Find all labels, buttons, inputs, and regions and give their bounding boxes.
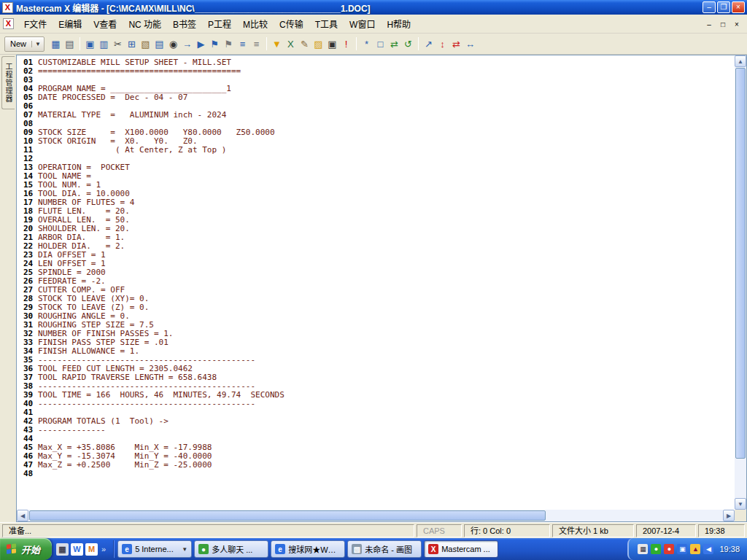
- toolbar-separator: [418, 37, 419, 50]
- next-bookmark-icon[interactable]: ⚑: [222, 37, 236, 51]
- mastercam-editor-window: X Mastercam X 编辑器 - [C:\MCAMX\MILL\NC\__…: [0, 0, 747, 560]
- menu-item-2[interactable]: V查看: [88, 15, 123, 33]
- taskbar-button-icon: e: [275, 544, 285, 554]
- horizontal-scroll-thumb[interactable]: [29, 510, 546, 521]
- bookmark-icon[interactable]: ⚑: [208, 37, 222, 51]
- nc-backplot-icon[interactable]: ↗: [422, 37, 436, 51]
- tray-ime-icon[interactable]: ▦: [638, 544, 648, 554]
- command-prompt-icon[interactable]: ▣: [325, 37, 339, 51]
- mdi-minimize-button[interactable]: –: [703, 19, 715, 29]
- start-button[interactable]: 开始: [0, 538, 52, 560]
- find-icon[interactable]: ◉: [166, 37, 180, 51]
- toolbar-separator: [80, 37, 80, 50]
- taskbar-button-icon: ●: [198, 544, 209, 554]
- sync-icon[interactable]: ↺: [401, 37, 415, 51]
- quicklaunch-media-icon[interactable]: M: [85, 543, 98, 556]
- outdent-icon[interactable]: ≡: [249, 37, 263, 51]
- nc-compare-icon[interactable]: ↕: [436, 37, 449, 51]
- mdi-controls: –□×: [703, 19, 743, 29]
- window-icon[interactable]: □: [374, 37, 387, 51]
- view-icon[interactable]: ▥: [97, 37, 111, 51]
- editor-line: 02======================================…: [18, 67, 734, 76]
- vertical-scrollbar[interactable]: ▲ ▼: [735, 55, 746, 510]
- document-icon: X: [3, 18, 14, 29]
- taskbar-clock[interactable]: 19:38: [719, 545, 740, 553]
- scroll-left-arrow[interactable]: ◀: [17, 510, 28, 521]
- menu-item-5[interactable]: P工程: [202, 15, 237, 33]
- taskbar-button-label: 搜球网★WW...: [288, 543, 341, 555]
- line-text: ========================================…: [34, 67, 241, 76]
- scroll-right-arrow[interactable]: ▶: [723, 510, 735, 521]
- line-text: MATERIAL TYPE = ALUMINUM inch - 2024: [34, 111, 226, 120]
- indent-icon[interactable]: ≡: [236, 37, 249, 51]
- find-next-icon[interactable]: ▶: [194, 37, 208, 51]
- task-buttons: e5 Interne...▼●多人聊天 ...e搜球网★WW...▧未命名 - …: [116, 538, 626, 560]
- new-button[interactable]: New ▼: [4, 36, 44, 52]
- menu-item-9[interactable]: W窗口: [344, 15, 381, 33]
- taskbar-button-2[interactable]: e搜球网★WW...: [271, 540, 345, 558]
- menu-item-4[interactable]: B书签: [167, 15, 202, 33]
- tray-security-icon[interactable]: ▲: [690, 544, 700, 554]
- scroll-up-arrow[interactable]: ▲: [735, 55, 746, 67]
- edit-icon[interactable]: ✎: [298, 37, 311, 51]
- menu-item-1[interactable]: E编辑: [53, 15, 88, 33]
- print-icon[interactable]: ▤: [63, 37, 77, 51]
- warning-icon[interactable]: !: [339, 37, 353, 51]
- status-bar: 准备... CAPS 行: 0 Col: 0 文件大小 1 kb 2007-12…: [0, 522, 747, 538]
- status-caps: CAPS: [417, 524, 462, 537]
- open-icon[interactable]: ▣: [83, 37, 97, 51]
- taskbar-button-3[interactable]: ▧未命名 - 画图: [347, 540, 422, 558]
- editor-lines: 01CUSTOMIZABLE MILL SETUP SHEET - MILL.S…: [18, 56, 734, 509]
- vertical-scroll-thumb[interactable]: [735, 68, 746, 459]
- copy-icon[interactable]: ⊞: [125, 37, 139, 51]
- quicklaunch-word-icon[interactable]: W: [71, 543, 83, 556]
- tray-network-icon[interactable]: ▣: [677, 544, 687, 554]
- nc-swap-icon[interactable]: ⇄: [449, 37, 463, 51]
- menu-item-10[interactable]: H帮助: [381, 15, 417, 33]
- code-editor[interactable]: 01CUSTOMIZABLE MILL SETUP SHEET - MILL.S…: [16, 55, 747, 522]
- app-icon: X: [2, 2, 13, 13]
- menu-item-0[interactable]: F文件: [18, 15, 53, 33]
- paste-icon[interactable]: ▧: [139, 37, 152, 51]
- line-text: --------------: [34, 426, 106, 435]
- filter-icon[interactable]: ▼: [270, 37, 284, 51]
- save-icon[interactable]: ▦: [49, 37, 63, 51]
- scroll-down-arrow[interactable]: ▼: [735, 498, 746, 510]
- menu-item-7[interactable]: C传输: [274, 15, 309, 33]
- editor-line: 23DIA OFFSET = 1: [18, 251, 734, 260]
- horizontal-scrollbar[interactable]: ◀ ▶: [17, 510, 735, 521]
- menu-items: F文件E编辑V查看NC 功能B书签P工程M比较C传输T工具W窗口H帮助: [18, 15, 703, 33]
- close-button[interactable]: ×: [732, 1, 745, 13]
- taskbar-button-4[interactable]: XMastercam ...: [424, 540, 498, 558]
- taskbar-divider: [113, 540, 115, 558]
- tray-update-icon[interactable]: ●: [664, 544, 674, 554]
- start-button-label: 开始: [21, 542, 40, 556]
- menu-item-8[interactable]: T工具: [309, 15, 344, 33]
- cut-icon[interactable]: ✂: [111, 37, 125, 51]
- project-manager-tab[interactable]: 工程管理器: [1, 56, 15, 109]
- excel-icon[interactable]: X: [284, 37, 298, 51]
- folder-icon[interactable]: ▨: [311, 37, 325, 51]
- nc-transfer-icon[interactable]: ↔: [463, 37, 477, 51]
- minimize-button[interactable]: –: [703, 1, 716, 13]
- status-line-col: 行: 0 Col: 0: [464, 524, 550, 537]
- mdi-restore-button[interactable]: □: [717, 19, 729, 29]
- menu-item-6[interactable]: M比较: [237, 15, 274, 33]
- taskbar-group-arrow-icon: ▼: [182, 546, 187, 553]
- taskbar-button-1[interactable]: ●多人聊天 ...: [194, 540, 268, 558]
- refresh-icon[interactable]: ⇄: [387, 37, 401, 51]
- maximize-button[interactable]: ❐: [717, 1, 730, 13]
- menu-item-3[interactable]: NC 功能: [123, 15, 167, 33]
- wand-icon[interactable]: *: [360, 37, 374, 51]
- quicklaunch-chevron-icon[interactable]: »: [100, 545, 107, 553]
- taskbar-button-0[interactable]: e5 Interne...▼: [117, 540, 192, 558]
- tray-volume-icon[interactable]: ◀: [703, 544, 713, 554]
- chevron-down-icon[interactable]: ▼: [31, 41, 44, 47]
- print-preview-icon[interactable]: ▤: [152, 37, 166, 51]
- line-text: ----------------------------------------…: [34, 400, 255, 408]
- left-panel-strip: 工程管理器: [0, 55, 16, 522]
- tray-antivirus-icon[interactable]: ●: [651, 544, 661, 554]
- mdi-close-button[interactable]: ×: [731, 19, 743, 29]
- goto-icon[interactable]: →: [180, 37, 194, 51]
- quicklaunch-desktop-icon[interactable]: ▦: [56, 543, 69, 556]
